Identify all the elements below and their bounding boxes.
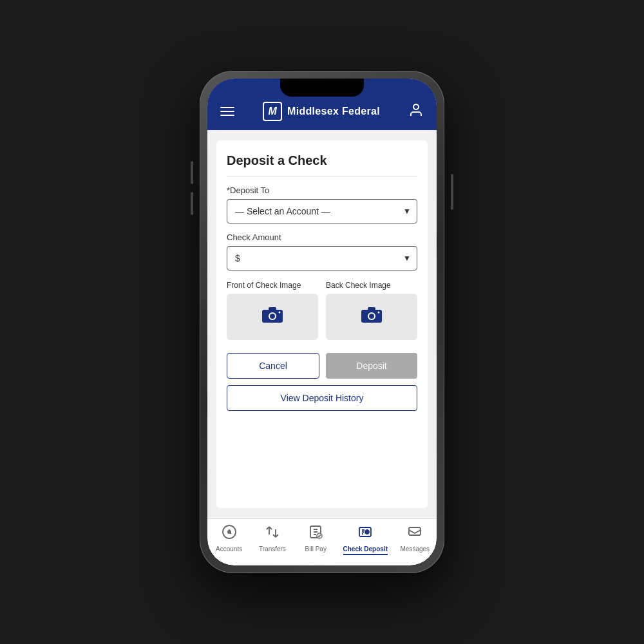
back-camera-icon [361,306,382,328]
menu-button[interactable] [220,107,234,116]
nav-transfers-label: Transfers [259,545,286,553]
front-camera-icon [262,306,283,328]
nav-check-deposit[interactable]: Check Deposit [343,524,388,555]
account-select[interactable]: — Select an Account — [227,199,417,223]
nav-bill-pay-label: Bill Pay [305,545,327,553]
cancel-button[interactable]: Cancel [227,353,319,379]
deposit-button[interactable]: Deposit [326,353,417,379]
messages-icon [407,524,422,544]
amount-select[interactable]: $ [227,246,417,270]
amount-wrapper: $ ▼ [227,246,417,270]
volume-down-button [191,192,193,215]
front-image-group: Front of Check Image [227,281,318,340]
svg-point-17 [366,531,368,533]
account-select-wrapper: — Select an Account — ▼ [227,199,417,223]
bill-pay-icon [308,524,323,544]
svg-point-12 [227,530,231,534]
nav-accounts-label: Accounts [216,545,242,553]
view-history-button[interactable]: View Deposit History [227,385,417,411]
logo-icon: M [263,102,282,121]
power-button [451,174,453,210]
brand-logo: M Middlesex Federal [263,102,380,121]
nav-transfers[interactable]: Transfers [256,524,289,555]
check-amount-label: Check Amount [227,232,417,242]
accounts-icon [222,524,237,544]
nav-bill-pay[interactable]: Bill Pay [299,524,332,555]
bottom-nav: Accounts Transfers [207,518,437,565]
svg-point-8 [369,314,374,319]
page-title: Deposit a Check [227,153,417,176]
svg-rect-9 [368,307,375,310]
back-image-label: Back Check Image [326,281,417,290]
action-buttons: Cancel Deposit [227,353,417,379]
back-image-upload[interactable] [326,294,417,340]
front-image-label: Front of Check Image [227,281,318,290]
phone-frame: M Middlesex Federal Deposit a Check *Dep… [200,71,444,573]
nav-messages[interactable]: Messages [399,524,431,555]
phone-screen: M Middlesex Federal Deposit a Check *Dep… [207,79,437,565]
screen-content: M Middlesex Federal Deposit a Check *Dep… [207,79,437,565]
nav-accounts[interactable]: Accounts [213,524,245,555]
front-image-upload[interactable] [227,294,318,340]
brand-name: Middlesex Federal [287,106,380,117]
nav-messages-label: Messages [401,545,430,553]
form-card: Deposit a Check *Deposit To — Select an … [216,140,428,508]
svg-point-0 [413,104,419,109]
images-section: Front of Check Image [227,281,417,340]
svg-rect-4 [269,307,276,310]
main-content: Deposit a Check *Deposit To — Select an … [207,130,437,518]
deposit-to-label: *Deposit To [227,185,417,195]
user-icon[interactable] [408,102,424,121]
transfers-icon [265,524,280,544]
notch [280,79,364,97]
volume-up-button [191,161,193,184]
back-image-group: Back Check Image [326,281,417,340]
svg-point-3 [270,314,275,319]
nav-check-deposit-label: Check Deposit [343,545,388,555]
svg-point-10 [378,311,380,313]
check-deposit-icon [357,524,373,544]
svg-point-5 [279,311,281,313]
